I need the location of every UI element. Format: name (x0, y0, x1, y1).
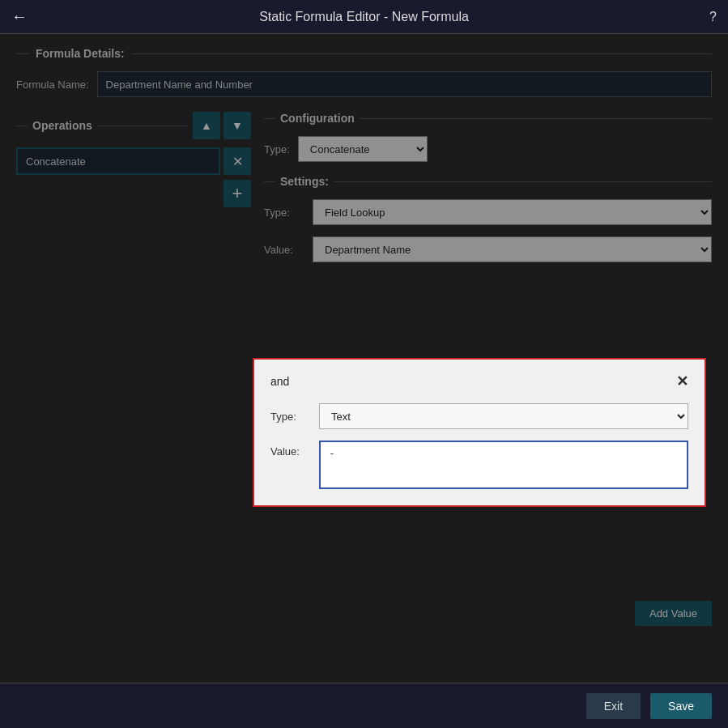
popup-type-select[interactable]: Text Field Lookup (319, 403, 688, 429)
popup-value-textarea[interactable] (319, 441, 688, 489)
save-button[interactable]: Save (650, 693, 712, 719)
popup-close-button[interactable]: ✕ (676, 373, 688, 390)
page-title: Static Formula Editor - New Formula (259, 10, 469, 24)
popup-type-row: Type: Text Field Lookup (270, 403, 688, 429)
popup-value-row: Value: (270, 441, 688, 489)
popup-header: and ✕ (270, 373, 688, 390)
popup-title: and (270, 375, 289, 388)
popup-value-label: Value: (270, 441, 319, 458)
popup-type-label: Type: (270, 411, 319, 423)
title-bar: ← Static Formula Editor - New Formula ? (0, 0, 728, 34)
help-button[interactable]: ? (709, 10, 717, 24)
close-icon: ✕ (676, 373, 688, 390)
main-content: Formula Details: Formula Name: Operation… (0, 34, 728, 683)
bottom-bar: Exit Save (0, 683, 728, 728)
exit-button[interactable]: Exit (586, 693, 641, 719)
back-button[interactable]: ← (11, 7, 28, 26)
popup-dialog: and ✕ Type: Text Field Lookup Value: (253, 358, 706, 507)
